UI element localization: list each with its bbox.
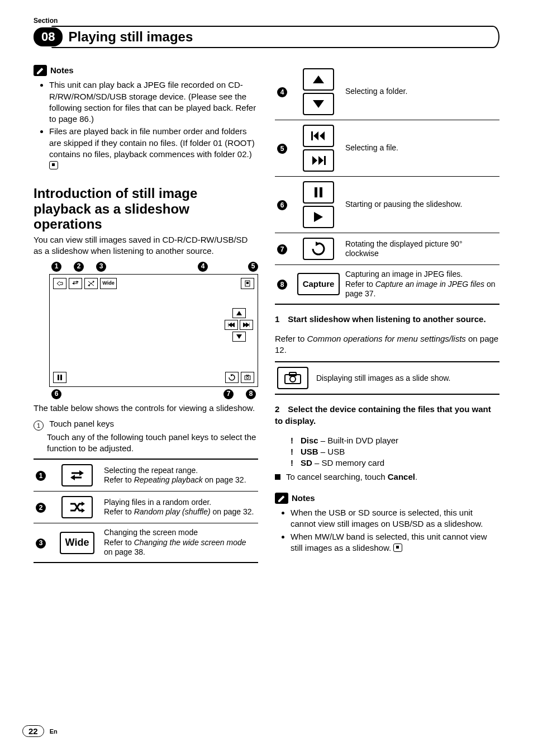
- callout-marker: 6: [51, 389, 61, 399]
- row-desc: Capturing an image in JPEG files.Refer t…: [341, 270, 497, 299]
- row-number: 2: [36, 503, 46, 513]
- svg-rect-5: [246, 375, 249, 376]
- square-bullet-icon: [275, 474, 280, 480]
- svg-point-13: [290, 376, 296, 382]
- row-number: 7: [277, 244, 287, 254]
- table-row: 5 Selecting a file.: [275, 120, 499, 177]
- capture-icon: Capture: [297, 273, 340, 295]
- table-intro: The table below shows the controls for v…: [34, 403, 258, 414]
- step-icon-desc: Displaying still images as a slide show.: [316, 373, 450, 383]
- table-row: 3 Wide Changing the screen modeRefer to …: [34, 523, 258, 562]
- chapter-number-badge: 08: [34, 27, 63, 46]
- svg-rect-10: [320, 187, 322, 197]
- callout-marker: 8: [246, 389, 256, 399]
- end-mark-icon: [49, 161, 58, 169]
- row-number: 5: [277, 144, 287, 154]
- table-row: 7 Rotating the displayed picture 90° clo…: [275, 233, 499, 265]
- controls-table-left: 1 Selecting the repeat range.Refer to Re…: [34, 459, 258, 563]
- notes-heading: Notes: [275, 493, 499, 504]
- touch-desc: Touch any of the following touch panel k…: [34, 432, 258, 455]
- svg-point-6: [246, 376, 249, 379]
- notes-list: When the USB or SD source is selected, t…: [275, 507, 499, 554]
- callout-marker: 3: [96, 262, 106, 272]
- row-desc: Playing files in a random order.Refer to…: [99, 498, 256, 517]
- step-1-heading: 1 Start slideshow when listening to anot…: [275, 314, 499, 325]
- page-number: 22: [22, 725, 44, 737]
- row-number: 6: [277, 200, 287, 210]
- row-number: 1: [36, 471, 46, 481]
- table-row: 1 Selecting the repeat range.Refer to Re…: [34, 460, 258, 492]
- chapter-title: Playing still images: [68, 29, 193, 44]
- down-arrow-icon: [303, 93, 334, 115]
- svg-rect-7: [311, 131, 313, 140]
- shuffle-icon: [61, 496, 93, 518]
- svg-rect-9: [315, 187, 317, 197]
- pencil-icon: [275, 493, 288, 504]
- notes-heading: Notes: [34, 65, 258, 76]
- section-heading: Introduction of still image playback as …: [34, 186, 258, 232]
- rotate-icon: [303, 238, 334, 260]
- row-desc: Selecting the repeat range.Refer to Repe…: [99, 466, 256, 485]
- list-item: Disc – Built-in DVD player: [291, 435, 499, 446]
- circled-one-icon: 1: [34, 420, 44, 431]
- svg-rect-3: [60, 375, 62, 380]
- row-number: 8: [277, 280, 287, 290]
- step-icon-row: Displaying still images as a slide show.: [275, 361, 499, 395]
- row-desc: Changing the screen modeRefer to Changin…: [99, 528, 256, 557]
- intro-text: You can view still images saved in CD-R/…: [34, 234, 258, 257]
- table-row: 2 Playing files in a random order.Refer …: [34, 492, 258, 523]
- step-2-heading: 2 Select the device containing the files…: [275, 404, 499, 427]
- callout-marker: 5: [248, 262, 258, 272]
- callout-marker: 2: [74, 262, 84, 272]
- up-arrow-icon: [303, 68, 334, 91]
- left-column: Notes This unit can play back a JPEG fil…: [34, 59, 258, 563]
- page-footer: 22 En: [22, 725, 58, 737]
- chapter-header: 08 Playing still images: [34, 26, 499, 48]
- cancel-line: To cancel searching, touch Cancel.: [275, 471, 499, 483]
- notes-label: Notes: [50, 65, 74, 76]
- notes-list: This unit can play back a JPEG file reco…: [34, 79, 258, 171]
- row-desc: Rotating the displayed picture 90° clock…: [341, 239, 497, 259]
- controls-table-right: 4 Selecting a folder. 5 Selecting a file…: [275, 64, 499, 305]
- row-number: 3: [36, 538, 46, 549]
- right-column: 4 Selecting a folder. 5 Selecting a file…: [275, 59, 499, 563]
- svg-rect-8: [324, 156, 326, 165]
- row-number: 4: [277, 87, 287, 97]
- note-item: When MW/LW band is selected, this unit c…: [291, 531, 499, 554]
- svg-rect-2: [58, 375, 59, 380]
- pencil-icon: [34, 65, 47, 76]
- repeat-icon: [61, 464, 93, 486]
- note-item: This unit can play back a JPEG file reco…: [49, 79, 258, 125]
- prev-track-icon: [303, 125, 334, 147]
- list-item: USB – USB: [291, 446, 499, 457]
- pause-icon: [303, 181, 334, 204]
- touch-panel-line: 1 Touch panel keys: [34, 418, 258, 431]
- row-desc: Selecting a folder.: [341, 87, 497, 97]
- table-row: 8 Capture Capturing an image in JPEG fil…: [275, 265, 499, 304]
- note-item: Files are played back in file number ord…: [49, 126, 258, 171]
- svg-rect-1: [246, 282, 249, 284]
- list-item: SD – SD memory card: [291, 457, 499, 469]
- language-label: En: [50, 728, 58, 735]
- end-mark-icon: [393, 544, 402, 552]
- table-row: 6 Starting or pausing the slideshow.: [275, 177, 499, 233]
- section-label: Section: [34, 17, 499, 25]
- note-item: When the USB or SD source is selected, t…: [291, 507, 499, 530]
- callout-marker: 1: [51, 262, 61, 272]
- notes-label: Notes: [292, 493, 315, 504]
- ui-illustration: Wide: [49, 274, 258, 387]
- callout-marker: 4: [198, 262, 208, 272]
- play-icon: [303, 206, 334, 228]
- wide-icon: Wide: [60, 532, 95, 554]
- svg-rect-14: [275, 474, 280, 480]
- chapter-title-frame: Playing still images: [51, 26, 499, 48]
- camera-icon: [277, 367, 308, 389]
- step-1-body: Refer to Common operations for menu sett…: [275, 333, 499, 356]
- row-desc: Starting or pausing the slideshow.: [341, 200, 497, 210]
- device-list: Disc – Built-in DVD player USB – USB SD …: [275, 435, 499, 469]
- table-row: 4 Selecting a folder.: [275, 64, 499, 120]
- next-track-icon: [303, 149, 334, 172]
- row-desc: Selecting a file.: [341, 143, 497, 153]
- callout-marker: 7: [223, 389, 234, 399]
